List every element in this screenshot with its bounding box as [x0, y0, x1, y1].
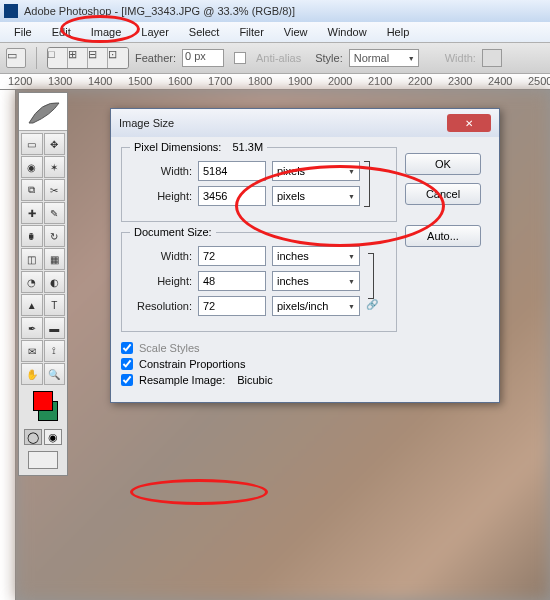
slice-tool[interactable]: ✂ [44, 179, 66, 201]
antialias-label: Anti-alias [256, 52, 301, 64]
menu-filter[interactable]: Filter [229, 24, 273, 40]
quickmask-mode-icon[interactable]: ◉ [44, 429, 62, 445]
zoom-tool[interactable]: 🔍 [44, 363, 66, 385]
pixel-dimensions-size: 51.3M [232, 141, 263, 153]
dialog-titlebar[interactable]: Image Size ✕ [111, 109, 499, 137]
feather-icon [23, 97, 63, 127]
doc-height-unit[interactable]: inches [272, 271, 360, 291]
px-width-unit[interactable]: pixels [272, 161, 360, 181]
notes-tool[interactable]: ✉ [21, 340, 43, 362]
hand-tool[interactable]: ✋ [21, 363, 43, 385]
antialias-checkbox[interactable] [234, 52, 246, 64]
brush-tool[interactable]: ✎ [44, 202, 66, 224]
menu-edit[interactable]: Edit [42, 24, 81, 40]
menu-window[interactable]: Window [318, 24, 377, 40]
width-option-input [482, 49, 502, 67]
healing-tool[interactable]: ✚ [21, 202, 43, 224]
menu-layer[interactable]: Layer [131, 24, 179, 40]
window-title: Adobe Photoshop - [IMG_3343.JPG @ 33.3% … [24, 5, 295, 17]
px-height-unit[interactable]: pixels [272, 186, 360, 206]
px-height-label: Height: [132, 190, 192, 202]
pixel-dimensions-label: Pixel Dimensions: [134, 141, 221, 153]
menu-select[interactable]: Select [179, 24, 230, 40]
move-tool[interactable]: ✥ [44, 133, 66, 155]
select-subtract-icon[interactable]: ⊟ [88, 48, 108, 68]
resolution-field[interactable]: 72 [198, 296, 266, 316]
style-select[interactable]: Normal [349, 49, 419, 67]
feather-label: Feather: [135, 52, 176, 64]
style-label-text: Style: [315, 52, 343, 64]
lasso-tool[interactable]: ◉ [21, 156, 43, 178]
doc-width-label: Width: [132, 250, 192, 262]
scale-styles-label: Scale Styles [139, 342, 200, 354]
doc-height-label: Height: [132, 275, 192, 287]
auto-button[interactable]: Auto... [405, 225, 481, 247]
menu-view[interactable]: View [274, 24, 318, 40]
history-brush-tool[interactable]: ↻ [44, 225, 66, 247]
marquee-tool[interactable]: ▭ [21, 133, 43, 155]
feather-input[interactable]: 0 px [182, 49, 224, 67]
menu-bar: File Edit Image Layer Select Filter View… [0, 22, 550, 42]
menu-help[interactable]: Help [377, 24, 420, 40]
selection-mode-group: □ ⊞ ⊟ ⊡ [47, 47, 129, 69]
resolution-unit[interactable]: pixels/inch [272, 296, 360, 316]
blur-tool[interactable]: ◔ [21, 271, 43, 293]
stamp-tool[interactable]: ⧯ [21, 225, 43, 247]
resample-method-select[interactable]: Bicubic [237, 374, 417, 386]
options-bar: ▭ □ ⊞ ⊟ ⊡ Feather: 0 px Anti-alias Style… [0, 42, 550, 74]
marquee-preset-icon[interactable]: ▭ [6, 48, 26, 68]
screen-mode-button[interactable] [28, 451, 58, 469]
link-icon: 🔗 [366, 299, 378, 310]
type-tool[interactable]: T [44, 294, 66, 316]
toolbox-header [19, 93, 67, 131]
dialog-title: Image Size [119, 117, 174, 129]
px-height-field[interactable]: 3456 [198, 186, 266, 206]
eyedropper-tool[interactable]: ⟟ [44, 340, 66, 362]
select-new-icon[interactable]: □ [48, 48, 68, 68]
resample-label: Resample Image: [139, 374, 225, 386]
wand-tool[interactable]: ✶ [44, 156, 66, 178]
path-select-tool[interactable]: ▲ [21, 294, 43, 316]
shape-tool[interactable]: ▬ [44, 317, 66, 339]
foreground-swatch[interactable] [33, 391, 53, 411]
width-option-label: Width: [445, 52, 476, 64]
ok-button[interactable]: OK [405, 153, 481, 175]
close-button[interactable]: ✕ [447, 114, 491, 132]
constrain-proportions-checkbox[interactable] [121, 358, 133, 370]
standard-mode-icon[interactable]: ◯ [24, 429, 42, 445]
px-width-field[interactable]: 5184 [198, 161, 266, 181]
menu-file[interactable]: File [4, 24, 42, 40]
crop-tool[interactable]: ⧉ [21, 179, 43, 201]
doc-width-unit[interactable]: inches [272, 246, 360, 266]
constrain-label: Constrain Proportions [139, 358, 245, 370]
color-swatches[interactable] [19, 391, 67, 421]
toolbox: ▭ ✥ ◉ ✶ ⧉ ✂ ✚ ✎ ⧯ ↻ ◫ ▦ ◔ ◐ ▲ T ✒ ▬ ✉ ⟟ … [18, 92, 68, 476]
dodge-tool[interactable]: ◐ [44, 271, 66, 293]
cancel-button[interactable]: Cancel [405, 183, 481, 205]
ruler-horizontal: 1200 1300 1400 1500 1600 1700 1800 1900 … [0, 74, 550, 90]
title-bar: Adobe Photoshop - [IMG_3343.JPG @ 33.3% … [0, 0, 550, 22]
image-size-dialog: Image Size ✕ OK Cancel Auto... Pixel Dim… [110, 108, 500, 403]
resample-checkbox[interactable] [121, 374, 133, 386]
document-size-label: Document Size: [134, 226, 212, 238]
doc-width-field[interactable]: 72 [198, 246, 266, 266]
select-add-icon[interactable]: ⊞ [68, 48, 88, 68]
eraser-tool[interactable]: ◫ [21, 248, 43, 270]
ruler-vertical [0, 90, 16, 600]
doc-height-field[interactable]: 48 [198, 271, 266, 291]
gradient-tool[interactable]: ▦ [44, 248, 66, 270]
menu-image[interactable]: Image [81, 24, 132, 40]
resolution-label: Resolution: [132, 300, 192, 312]
pen-tool[interactable]: ✒ [21, 317, 43, 339]
select-intersect-icon[interactable]: ⊡ [108, 48, 128, 68]
px-width-label: Width: [132, 165, 192, 177]
scale-styles-checkbox[interactable] [121, 342, 133, 354]
app-icon [4, 4, 18, 18]
